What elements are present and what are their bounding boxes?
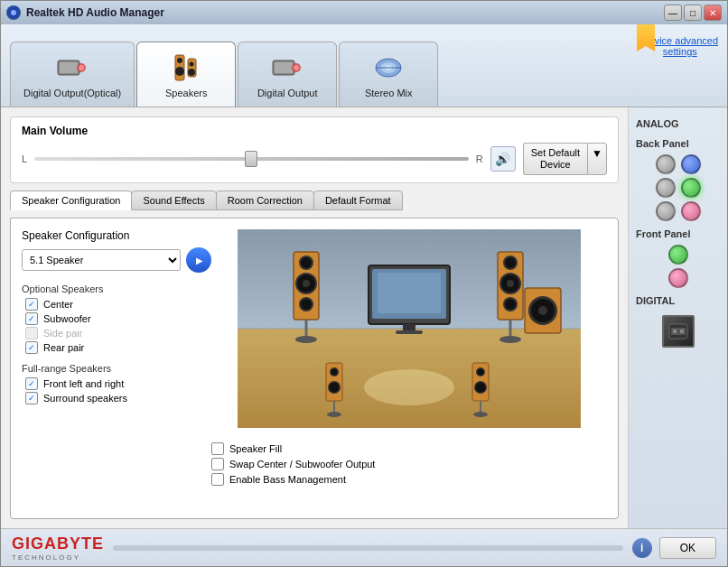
svg-point-54: [331, 369, 338, 376]
svg-point-11: [188, 69, 195, 76]
front-connector-2[interactable]: [668, 268, 688, 288]
volume-row: L R 🔊 Set Default Device ▼: [22, 143, 607, 175]
connector-6[interactable]: [681, 201, 701, 221]
svg-point-65: [473, 412, 488, 417]
content-panel: Main Volume L R 🔊 Set Default Device ▼: [1, 107, 628, 528]
swap-center-label: Swap Center / Subwoofer Output: [229, 459, 375, 469]
swap-center-row: Swap Center / Subwoofer Output: [211, 458, 607, 470]
subwoofer-label: Subwoofer: [43, 313, 91, 324]
digital-connector-area: [636, 311, 720, 351]
digital-optical-icon: [56, 51, 89, 84]
bottom-bar: GIGABYTE TECHNOLOGY i OK: [1, 528, 727, 566]
main-window: Realtek HD Audio Manager — □ ✕ Digital O…: [0, 0, 728, 567]
connector-4[interactable]: [681, 178, 701, 198]
close-button[interactable]: ✕: [704, 5, 722, 21]
svg-point-35: [301, 299, 312, 310]
svg-point-33: [303, 280, 310, 287]
svg-point-40: [505, 257, 516, 268]
center-checkbox[interactable]: [25, 298, 38, 311]
connector-1[interactable]: [656, 154, 676, 174]
left-column: Speaker Configuration 5.1 Speaker Option…: [22, 229, 211, 507]
svg-rect-26: [403, 324, 415, 331]
rear-pair-checkbox-row: Rear pair: [22, 341, 211, 354]
stereo-mix-icon: [372, 51, 405, 84]
svg-point-56: [330, 383, 340, 393]
right-sidebar: ANALOG Back Panel Front Panel: [628, 107, 727, 528]
bottom-right: i OK: [632, 537, 716, 559]
bottom-checkboxes: Speaker Fill Swap Center / Subwoofer Out…: [211, 442, 607, 488]
front-panel-label: Front Panel: [636, 228, 720, 239]
main-area: Main Volume L R 🔊 Set Default Device ▼: [1, 107, 727, 528]
enable-bass-checkbox[interactable]: [211, 473, 224, 486]
svg-point-51: [538, 306, 547, 315]
svg-rect-70: [680, 330, 684, 333]
front-connector-row-2: [636, 268, 720, 288]
connector-2[interactable]: [681, 154, 701, 174]
tab-stereo-mix-label: Stereo Mix: [365, 88, 413, 98]
svg-rect-69: [673, 330, 677, 333]
rear-pair-checkbox[interactable]: [25, 341, 38, 354]
tab-speaker-config[interactable]: Speaker Configuration: [10, 191, 132, 210]
center-label: Center: [43, 299, 73, 310]
digital-label: DIGITAL: [636, 295, 720, 306]
tab-room-correction[interactable]: Room Correction: [216, 191, 314, 210]
subwoofer-checkbox-row: Subwoofer: [22, 312, 211, 325]
minimize-button[interactable]: —: [664, 5, 682, 21]
volume-slider[interactable]: [34, 157, 469, 161]
tab-stereo-mix[interactable]: Stereo Mix: [339, 42, 438, 107]
enable-bass-label: Enable Bass Management: [229, 474, 346, 485]
tab-digital-output[interactable]: Digital Output: [238, 42, 337, 107]
speaker-fill-checkbox[interactable]: [211, 442, 224, 455]
back-connector-row-1: [636, 154, 720, 174]
svg-point-5: [79, 65, 84, 70]
right-column: Speaker Fill Swap Center / Subwoofer Out…: [211, 229, 607, 507]
side-pair-checkbox-row: Side pair: [22, 327, 211, 339]
speaker-config-panel: Speaker Configuration 5.1 Speaker Option…: [10, 218, 619, 519]
window-controls: — □ ✕: [664, 5, 722, 21]
volume-section: Main Volume L R 🔊 Set Default Device ▼: [10, 116, 619, 183]
tab-digital-optical[interactable]: Digital Output(Optical): [10, 42, 135, 107]
ok-button[interactable]: OK: [659, 537, 716, 559]
volume-icon[interactable]: 🔊: [490, 146, 516, 172]
front-connector-1[interactable]: [668, 245, 688, 265]
front-panel-connectors: [636, 245, 720, 288]
svg-point-63: [476, 383, 486, 393]
enable-bass-row: Enable Bass Management: [211, 473, 607, 486]
tab-sound-effects[interactable]: Sound Effects: [131, 191, 216, 210]
subwoofer-checkbox[interactable]: [25, 312, 38, 325]
set-default-dropdown[interactable]: ▼: [587, 143, 607, 175]
tab-speakers[interactable]: Speakers: [136, 42, 236, 107]
side-pair-checkbox[interactable]: [25, 327, 38, 339]
fullrange-label: Full-range Speakers: [22, 363, 211, 374]
speaker-scene-svg: [211, 229, 607, 428]
svg-point-58: [327, 412, 341, 417]
digital-connector[interactable]: [662, 315, 695, 348]
tab-digital-optical-label: Digital Output(Optical): [23, 88, 121, 98]
speaker-config-label: Speaker Configuration: [22, 229, 211, 242]
speaker-config-select[interactable]: 5.1 Speaker: [22, 249, 181, 271]
surround-checkbox[interactable]: [25, 392, 38, 404]
tab-speakers-label: Speakers: [165, 88, 207, 98]
connector-3[interactable]: [656, 178, 676, 198]
front-lr-checkbox[interactable]: [25, 377, 38, 390]
svg-rect-25: [378, 273, 441, 313]
connector-5[interactable]: [656, 201, 676, 221]
svg-point-10: [190, 61, 194, 66]
tab-default-format[interactable]: Default Format: [313, 191, 403, 210]
rear-pair-label: Rear pair: [43, 342, 84, 353]
volume-thumb[interactable]: [245, 151, 257, 167]
speakers-icon: [170, 51, 202, 84]
maximize-button[interactable]: □: [684, 5, 702, 21]
surround-label: Surround speakers: [43, 393, 127, 404]
swap-center-checkbox[interactable]: [211, 458, 224, 470]
svg-point-15: [294, 65, 299, 70]
svg-point-47: [499, 336, 521, 343]
app-icon: [6, 5, 21, 20]
info-button[interactable]: i: [632, 538, 652, 558]
volume-left-label: L: [22, 153, 27, 164]
gigabyte-logo: GIGABYTE TECHNOLOGY: [12, 534, 104, 562]
set-default-label[interactable]: Set Default Device: [523, 143, 587, 175]
play-button[interactable]: [186, 247, 211, 273]
logo-sub: TECHNOLOGY: [12, 553, 104, 562]
set-default-button[interactable]: Set Default Device ▼: [523, 143, 607, 175]
